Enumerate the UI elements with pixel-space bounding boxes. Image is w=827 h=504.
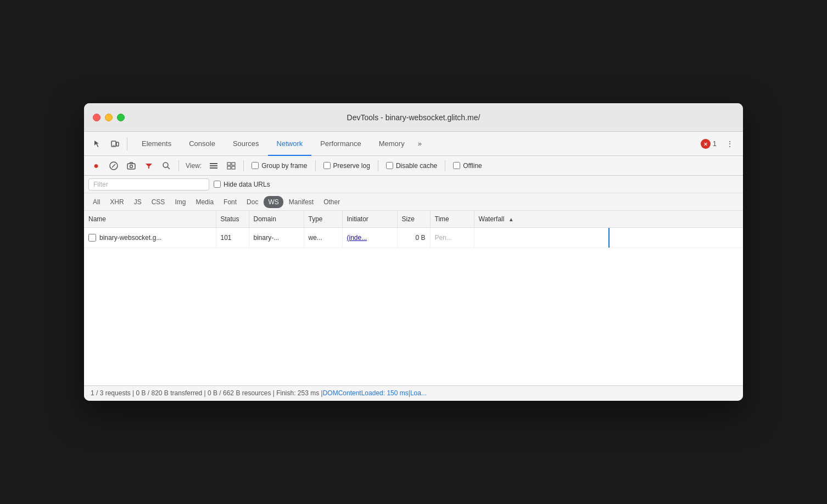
tab-sources[interactable]: Sources bbox=[224, 132, 268, 156]
tab-elements[interactable]: Elements bbox=[133, 132, 180, 156]
hide-data-urls-checkbox[interactable] bbox=[214, 181, 221, 188]
cell-name: binary-websocket.g... bbox=[84, 227, 216, 248]
type-filter-css[interactable]: CSS bbox=[147, 196, 170, 208]
error-indicator: ✕ 1 bbox=[701, 139, 717, 149]
sort-arrow-icon: ▲ bbox=[509, 216, 514, 222]
preserve-log-label[interactable]: Preserve log bbox=[323, 162, 370, 170]
tab-console[interactable]: Console bbox=[180, 132, 224, 156]
waterfall-container bbox=[479, 228, 739, 248]
svg-rect-15 bbox=[232, 163, 235, 165]
row-checkbox[interactable] bbox=[88, 234, 96, 242]
device-toggle-button[interactable] bbox=[106, 135, 124, 153]
dom-content-loaded-link[interactable]: DOMContentLoaded: 150 ms bbox=[323, 389, 409, 397]
filter-bar: Hide data URLs bbox=[84, 176, 743, 193]
tab-memory[interactable]: Memory bbox=[370, 132, 413, 156]
disable-cache-checkbox[interactable] bbox=[386, 162, 393, 169]
cell-domain: binary-... bbox=[249, 227, 304, 248]
tab-list: Elements Console Sources Network Perform… bbox=[133, 132, 413, 156]
svg-point-9 bbox=[163, 163, 168, 167]
tree-view-button[interactable] bbox=[223, 158, 239, 173]
toolbar-right: ✕ 1 ⋮ bbox=[701, 135, 739, 153]
minimize-button[interactable] bbox=[105, 114, 113, 121]
col-header-domain[interactable]: Domain bbox=[249, 211, 304, 227]
inspect-icon bbox=[93, 139, 102, 148]
toolbar-separator-1 bbox=[127, 137, 127, 150]
title-bar: DevTools - binary-websocket.glitch.me/ bbox=[84, 103, 743, 132]
net-sep-4 bbox=[378, 160, 378, 171]
svg-rect-1 bbox=[116, 142, 119, 146]
error-badge: ✕ bbox=[701, 139, 711, 149]
col-header-time[interactable]: Time bbox=[430, 211, 474, 227]
col-header-waterfall[interactable]: Waterfall ▲ bbox=[474, 211, 743, 227]
maximize-button[interactable] bbox=[117, 114, 125, 121]
network-table: Name Status Domain Type Initiator bbox=[84, 211, 743, 248]
tab-network[interactable]: Network bbox=[268, 132, 312, 156]
filter-toggle-button[interactable] bbox=[141, 158, 157, 173]
hide-data-urls-label[interactable]: Hide data URLs bbox=[214, 181, 270, 188]
type-filter-all[interactable]: All bbox=[88, 196, 104, 208]
col-header-size[interactable]: Size bbox=[397, 211, 430, 227]
type-filter-bar: All XHR JS CSS Img Media Font Doc WS Man… bbox=[84, 193, 743, 211]
tab-performance[interactable]: Performance bbox=[311, 132, 370, 156]
list-view-button[interactable] bbox=[206, 158, 221, 173]
filter-input[interactable] bbox=[88, 178, 209, 191]
more-tabs-button[interactable]: » bbox=[413, 139, 426, 148]
clear-button[interactable] bbox=[106, 158, 121, 173]
cell-status: 101 bbox=[216, 227, 249, 248]
svg-rect-14 bbox=[227, 163, 231, 165]
inspect-element-button[interactable] bbox=[88, 135, 106, 153]
search-button[interactable] bbox=[159, 158, 174, 173]
svg-rect-16 bbox=[227, 166, 231, 169]
table-row[interactable]: binary-websocket.g... 101 binary-... we.… bbox=[84, 227, 743, 248]
record-button[interactable]: ● bbox=[88, 158, 104, 173]
load-link[interactable]: Loa... bbox=[410, 389, 427, 397]
network-table-wrapper: Name Status Domain Type Initiator bbox=[84, 211, 743, 385]
type-filter-other[interactable]: Other bbox=[319, 196, 344, 208]
devtools-menu-button[interactable]: ⋮ bbox=[721, 135, 739, 153]
camera-icon bbox=[127, 161, 136, 170]
network-toolbar: ● View: bbox=[84, 156, 743, 176]
preserve-log-checkbox[interactable] bbox=[323, 162, 331, 169]
cell-type: we... bbox=[304, 227, 342, 248]
svg-rect-11 bbox=[210, 163, 217, 164]
type-filter-ws[interactable]: WS bbox=[264, 196, 283, 208]
type-filter-doc[interactable]: Doc bbox=[242, 196, 262, 208]
search-icon bbox=[162, 161, 171, 170]
view-label: View: bbox=[186, 162, 202, 170]
status-text: 1 / 3 requests | 0 B / 820 B transferred… bbox=[91, 389, 323, 397]
waterfall-line bbox=[608, 228, 610, 248]
col-header-type[interactable]: Type bbox=[304, 211, 342, 227]
col-header-status[interactable]: Status bbox=[216, 211, 249, 227]
cell-initiator: (inde... bbox=[342, 227, 397, 248]
svg-rect-17 bbox=[232, 166, 235, 169]
device-icon bbox=[110, 139, 119, 148]
disable-cache-label[interactable]: Disable cache bbox=[386, 162, 437, 170]
svg-rect-13 bbox=[210, 167, 217, 169]
table-body: binary-websocket.g... 101 binary-... we.… bbox=[84, 227, 743, 248]
type-filter-media[interactable]: Media bbox=[191, 196, 218, 208]
status-bar: 1 / 3 requests | 0 B / 820 B transferred… bbox=[84, 385, 743, 401]
type-filter-font[interactable]: Font bbox=[219, 196, 241, 208]
screenshot-button[interactable] bbox=[124, 158, 139, 173]
type-filter-xhr[interactable]: XHR bbox=[105, 196, 128, 208]
list-view-icon bbox=[209, 161, 218, 170]
group-by-frame-checkbox[interactable] bbox=[252, 162, 259, 169]
traffic-lights bbox=[93, 114, 125, 121]
window-title: DevTools - binary-websocket.glitch.me/ bbox=[347, 113, 480, 122]
clear-icon bbox=[109, 161, 118, 170]
group-by-frame-label[interactable]: Group by frame bbox=[252, 162, 307, 170]
error-count: 1 bbox=[713, 139, 717, 148]
tree-view-icon bbox=[227, 161, 236, 170]
type-filter-js[interactable]: JS bbox=[130, 196, 146, 208]
offline-label[interactable]: Offline bbox=[453, 162, 482, 170]
table-header: Name Status Domain Type Initiator bbox=[84, 211, 743, 227]
type-filter-img[interactable]: Img bbox=[170, 196, 190, 208]
offline-checkbox[interactable] bbox=[453, 162, 460, 169]
svg-rect-7 bbox=[127, 164, 135, 169]
svg-text:✕: ✕ bbox=[703, 142, 708, 147]
type-filter-manifest[interactable]: Manifest bbox=[284, 196, 318, 208]
col-header-initiator[interactable]: Initiator bbox=[342, 211, 397, 227]
svg-rect-12 bbox=[210, 165, 217, 166]
close-button[interactable] bbox=[93, 114, 100, 121]
col-header-name[interactable]: Name bbox=[84, 211, 216, 227]
